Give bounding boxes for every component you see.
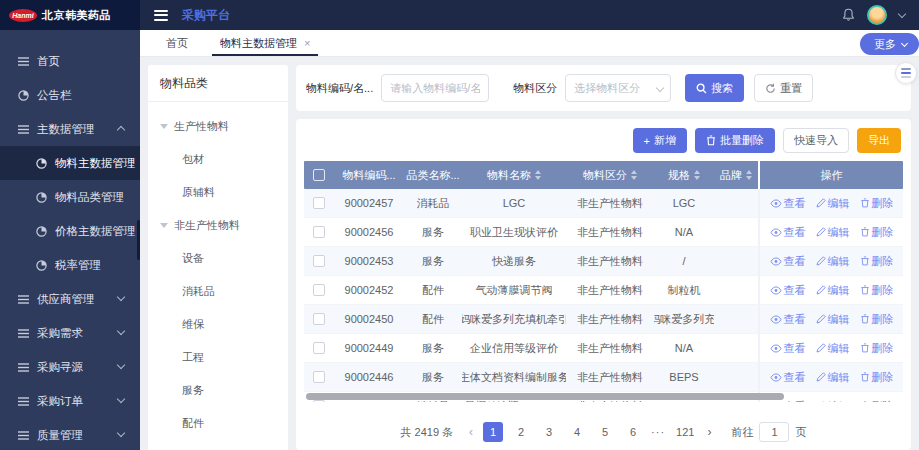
edit-link[interactable]: 编辑	[816, 341, 850, 356]
pages-ellipsis[interactable]: ···	[651, 426, 665, 438]
page-button-6[interactable]: 6	[623, 422, 643, 442]
page-button-4[interactable]: 4	[567, 422, 587, 442]
sort-asc-icon[interactable]	[535, 170, 541, 174]
row-checkbox[interactable]	[313, 342, 325, 354]
sidebar-item-采购订单[interactable]: 采购订单	[0, 384, 140, 418]
row-checkbox[interactable]	[313, 226, 325, 238]
sidebar-item-采购寻源[interactable]: 采购寻源	[0, 350, 140, 384]
sort-desc-icon[interactable]	[694, 176, 700, 180]
column-settings-icon[interactable]	[895, 62, 917, 84]
sort-asc-icon[interactable]	[694, 170, 700, 174]
user-menu-chevron-down-icon[interactable]	[898, 9, 906, 17]
next-page-icon[interactable]: ›	[705, 425, 713, 439]
edit-link[interactable]: 编辑	[816, 254, 850, 269]
more-button[interactable]: 更多	[860, 33, 919, 55]
view-link[interactable]: 查看	[770, 283, 806, 298]
goto-page-input[interactable]	[759, 422, 789, 442]
column-header-物料名称[interactable]: 物料名称	[462, 161, 566, 189]
page-button-3[interactable]: 3	[539, 422, 559, 442]
tree-leaf-配件[interactable]: 配件	[148, 407, 288, 440]
page-button-121[interactable]: 121	[673, 422, 697, 442]
delete-link[interactable]: 删除	[860, 283, 894, 298]
edit-link[interactable]: 编辑	[816, 312, 850, 327]
sort-desc-icon[interactable]	[746, 176, 752, 180]
sort-icons[interactable]	[631, 170, 637, 180]
prev-page-icon[interactable]: ‹	[467, 425, 475, 439]
tree-group-生产性物料[interactable]: 生产性物料	[148, 110, 288, 143]
sidebar-subitem-税率管理[interactable]: 税率管理	[0, 248, 140, 282]
sidebar-subitem-物料品类管理[interactable]: 物料品类管理	[0, 180, 140, 214]
row-checkbox[interactable]	[313, 284, 325, 296]
edit-link[interactable]: 编辑	[816, 196, 850, 211]
sidebar-subitem-物料主数据管理[interactable]: 物料主数据管理	[0, 146, 140, 180]
quick-import-button[interactable]: 快速导入	[783, 128, 849, 153]
sort-icons[interactable]	[535, 170, 541, 180]
tree-leaf-设备[interactable]: 设备	[148, 242, 288, 275]
horizontal-scrollbar[interactable]	[306, 393, 784, 400]
delete-link[interactable]: 删除	[860, 225, 894, 240]
view-link[interactable]: 查看	[770, 341, 806, 356]
sidebar-item-采购需求[interactable]: 采购需求	[0, 316, 140, 350]
delete-link[interactable]: 删除	[860, 196, 894, 211]
delete-link[interactable]: 删除	[860, 399, 894, 403]
close-icon[interactable]: ×	[304, 37, 310, 49]
tree-leaf-原辅料[interactable]: 原辅料	[148, 176, 288, 209]
tree-leaf-包材[interactable]: 包材	[148, 143, 288, 176]
export-button[interactable]: 导出	[857, 128, 901, 153]
row-checkbox[interactable]	[313, 255, 325, 267]
sort-asc-icon[interactable]	[631, 170, 637, 174]
select-all-checkbox[interactable]	[313, 169, 325, 181]
tab-首页[interactable]: 首页	[150, 30, 204, 56]
add-button[interactable]: +新增	[633, 128, 687, 153]
user-avatar[interactable]	[867, 5, 887, 25]
sidebar-item-主数据管理[interactable]: 主数据管理	[0, 112, 140, 146]
sidebar-scrollbar[interactable]	[137, 220, 140, 260]
sort-asc-icon[interactable]	[746, 170, 752, 174]
tree-leaf-消耗品[interactable]: 消耗品	[148, 275, 288, 308]
edit-link[interactable]: 编辑	[816, 283, 850, 298]
notification-bell-icon[interactable]	[842, 8, 855, 22]
sidebar-item-供应商管理[interactable]: 供应商管理	[0, 282, 140, 316]
row-checkbox[interactable]	[313, 197, 325, 209]
row-checkbox[interactable]	[313, 371, 325, 383]
view-link[interactable]: 查看	[770, 312, 806, 327]
view-link[interactable]: 查看	[770, 254, 806, 269]
tree-leaf-工程[interactable]: 工程	[148, 341, 288, 374]
page-button-1[interactable]: 1	[483, 422, 503, 442]
delete-link[interactable]: 删除	[860, 341, 894, 356]
sidebar-item-公告栏[interactable]: 公告栏	[0, 78, 140, 112]
column-header-规格[interactable]: 规格	[654, 161, 714, 189]
batch-delete-button[interactable]: 批量删除	[695, 128, 775, 153]
column-header-物料区分[interactable]: 物料区分	[566, 161, 654, 189]
sort-icons[interactable]	[694, 170, 700, 180]
search-button[interactable]: 搜索	[685, 74, 744, 102]
delete-link[interactable]: 删除	[860, 254, 894, 269]
tree-leaf-维保[interactable]: 维保	[148, 308, 288, 341]
view-link[interactable]: 查看	[770, 370, 806, 385]
sort-desc-icon[interactable]	[631, 176, 637, 180]
tab-物料主数据管理[interactable]: 物料主数据管理×	[204, 30, 326, 56]
sort-icons[interactable]	[746, 170, 752, 180]
tree-group-非生产性物料[interactable]: 非生产性物料	[148, 209, 288, 242]
material-code-input[interactable]	[381, 74, 489, 102]
sidebar-subitem-价格主数据管理[interactable]: 价格主数据管理	[0, 214, 140, 248]
column-header-品牌[interactable]: 品牌	[714, 161, 758, 189]
delete-link[interactable]: 删除	[860, 312, 894, 327]
sidebar-item-首页[interactable]: 首页	[0, 44, 140, 78]
delete-link[interactable]: 删除	[860, 370, 894, 385]
material-type-select[interactable]: 选择物料区分	[565, 74, 671, 102]
edit-link[interactable]: 编辑	[816, 370, 850, 385]
view-link[interactable]: 查看	[770, 196, 806, 211]
tree-leaf-服务[interactable]: 服务	[148, 374, 288, 407]
row-checkbox[interactable]	[313, 313, 325, 325]
page-button-5[interactable]: 5	[595, 422, 615, 442]
app-title[interactable]: 采购平台	[182, 7, 230, 24]
sidebar-item-质量管理[interactable]: 质量管理	[0, 418, 140, 450]
sort-desc-icon[interactable]	[535, 176, 541, 180]
hamburger-menu-icon[interactable]	[154, 7, 168, 23]
edit-link[interactable]: 编辑	[816, 225, 850, 240]
reset-button[interactable]: 重置	[754, 74, 813, 102]
view-link[interactable]: 查看	[770, 225, 806, 240]
row-checkbox[interactable]	[313, 400, 325, 402]
page-button-2[interactable]: 2	[511, 422, 531, 442]
